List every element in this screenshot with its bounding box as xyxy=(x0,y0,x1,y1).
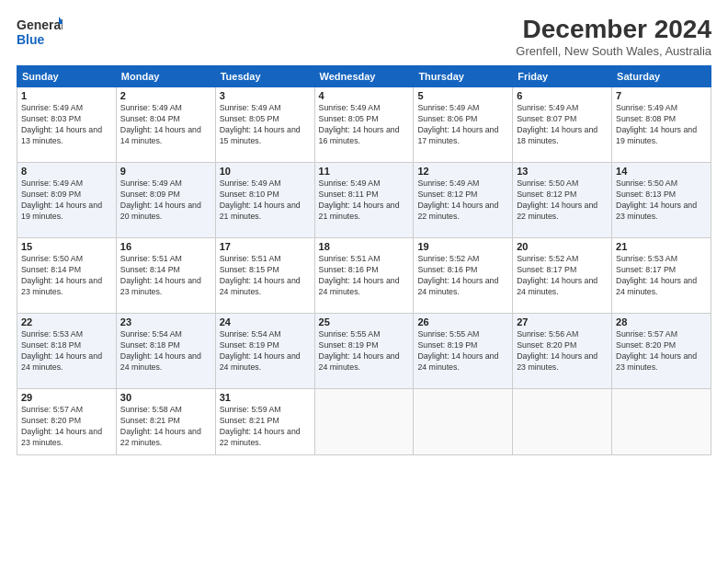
day-info: Sunrise: 5:56 AMSunset: 8:20 PMDaylight:… xyxy=(517,329,608,373)
table-row xyxy=(414,389,513,455)
day-number: 19 xyxy=(417,241,508,252)
day-info: Sunrise: 5:50 AMSunset: 8:14 PMDaylight:… xyxy=(21,254,112,298)
day-number: 12 xyxy=(417,166,508,177)
table-row: 13 Sunrise: 5:50 AMSunset: 8:12 PMDaylig… xyxy=(513,163,612,238)
day-info: Sunrise: 5:57 AMSunset: 8:20 PMDaylight:… xyxy=(616,329,707,373)
day-info: Sunrise: 5:53 AMSunset: 8:17 PMDaylight:… xyxy=(616,254,707,298)
day-info: Sunrise: 5:49 AMSunset: 8:04 PMDaylight:… xyxy=(120,103,211,147)
day-number: 17 xyxy=(220,241,311,252)
day-number: 7 xyxy=(616,90,707,101)
day-info: Sunrise: 5:57 AMSunset: 8:20 PMDaylight:… xyxy=(21,405,112,449)
table-row: 16 Sunrise: 5:51 AMSunset: 8:14 PMDaylig… xyxy=(116,238,215,314)
table-row xyxy=(612,389,711,455)
day-number: 29 xyxy=(21,392,112,403)
day-number: 4 xyxy=(319,90,410,101)
day-info: Sunrise: 5:49 AMSunset: 8:03 PMDaylight:… xyxy=(21,103,112,147)
col-tuesday: Tuesday xyxy=(215,66,314,87)
month-title: December 2024 xyxy=(516,15,711,44)
day-number: 8 xyxy=(21,166,112,177)
day-info: Sunrise: 5:53 AMSunset: 8:18 PMDaylight:… xyxy=(21,329,112,373)
day-number: 18 xyxy=(319,241,410,252)
day-number: 31 xyxy=(220,392,311,403)
table-row: 6 Sunrise: 5:49 AMSunset: 8:07 PMDayligh… xyxy=(513,87,612,163)
table-row: 17 Sunrise: 5:51 AMSunset: 8:15 PMDaylig… xyxy=(215,238,314,314)
day-info: Sunrise: 5:49 AMSunset: 8:08 PMDaylight:… xyxy=(616,103,707,147)
table-row: 9 Sunrise: 5:49 AMSunset: 8:09 PMDayligh… xyxy=(116,163,215,238)
day-number: 23 xyxy=(120,316,211,327)
table-row: 19 Sunrise: 5:52 AMSunset: 8:16 PMDaylig… xyxy=(414,238,513,314)
table-row: 23 Sunrise: 5:54 AMSunset: 8:18 PMDaylig… xyxy=(116,314,215,389)
day-info: Sunrise: 5:55 AMSunset: 8:19 PMDaylight:… xyxy=(319,329,410,373)
logo: General Blue xyxy=(17,15,63,50)
day-number: 16 xyxy=(120,241,211,252)
table-row: 10 Sunrise: 5:49 AMSunset: 8:10 PMDaylig… xyxy=(215,163,314,238)
day-info: Sunrise: 5:52 AMSunset: 8:16 PMDaylight:… xyxy=(417,254,508,298)
table-row: 31 Sunrise: 5:59 AMSunset: 8:21 PMDaylig… xyxy=(215,389,314,455)
day-info: Sunrise: 5:54 AMSunset: 8:18 PMDaylight:… xyxy=(120,329,211,373)
day-info: Sunrise: 5:49 AMSunset: 8:10 PMDaylight:… xyxy=(220,178,311,223)
day-info: Sunrise: 5:50 AMSunset: 8:13 PMDaylight:… xyxy=(616,178,707,223)
day-info: Sunrise: 5:49 AMSunset: 8:06 PMDaylight:… xyxy=(417,103,508,147)
table-row: 3 Sunrise: 5:49 AMSunset: 8:05 PMDayligh… xyxy=(215,87,314,163)
day-number: 13 xyxy=(517,166,608,177)
table-row: 21 Sunrise: 5:53 AMSunset: 8:17 PMDaylig… xyxy=(612,238,711,314)
day-number: 20 xyxy=(517,241,608,252)
col-thursday: Thursday xyxy=(414,66,513,87)
day-info: Sunrise: 5:49 AMSunset: 8:05 PMDaylight:… xyxy=(319,103,410,147)
col-monday: Monday xyxy=(116,66,215,87)
col-saturday: Saturday xyxy=(612,66,711,87)
subtitle: Grenfell, New South Wales, Australia xyxy=(516,44,711,58)
table-row: 7 Sunrise: 5:49 AMSunset: 8:08 PMDayligh… xyxy=(612,87,711,163)
table-row: 2 Sunrise: 5:49 AMSunset: 8:04 PMDayligh… xyxy=(116,87,215,163)
table-row: 30 Sunrise: 5:58 AMSunset: 8:21 PMDaylig… xyxy=(116,389,215,455)
day-info: Sunrise: 5:51 AMSunset: 8:15 PMDaylight:… xyxy=(220,254,311,298)
day-info: Sunrise: 5:59 AMSunset: 8:21 PMDaylight:… xyxy=(220,405,311,449)
table-row xyxy=(513,389,612,455)
table-row: 25 Sunrise: 5:55 AMSunset: 8:19 PMDaylig… xyxy=(314,314,414,389)
day-info: Sunrise: 5:49 AMSunset: 8:05 PMDaylight:… xyxy=(220,103,311,147)
header: General Blue December 2024 Grenfell, New… xyxy=(17,15,711,58)
day-number: 26 xyxy=(417,316,508,327)
col-friday: Friday xyxy=(513,66,612,87)
table-row: 11 Sunrise: 5:49 AMSunset: 8:11 PMDaylig… xyxy=(314,163,414,238)
table-row: 29 Sunrise: 5:57 AMSunset: 8:20 PMDaylig… xyxy=(17,389,117,455)
day-info: Sunrise: 5:54 AMSunset: 8:19 PMDaylight:… xyxy=(220,329,311,373)
day-info: Sunrise: 5:49 AMSunset: 8:09 PMDaylight:… xyxy=(21,178,112,223)
table-row xyxy=(314,389,414,455)
day-number: 27 xyxy=(517,316,608,327)
day-number: 10 xyxy=(220,166,311,177)
day-info: Sunrise: 5:49 AMSunset: 8:07 PMDaylight:… xyxy=(517,103,608,147)
table-row: 26 Sunrise: 5:55 AMSunset: 8:19 PMDaylig… xyxy=(414,314,513,389)
day-number: 1 xyxy=(21,90,112,101)
day-info: Sunrise: 5:55 AMSunset: 8:19 PMDaylight:… xyxy=(417,329,508,373)
table-row: 27 Sunrise: 5:56 AMSunset: 8:20 PMDaylig… xyxy=(513,314,612,389)
table-row: 12 Sunrise: 5:49 AMSunset: 8:12 PMDaylig… xyxy=(414,163,513,238)
table-row: 22 Sunrise: 5:53 AMSunset: 8:18 PMDaylig… xyxy=(17,314,117,389)
table-row: 20 Sunrise: 5:52 AMSunset: 8:17 PMDaylig… xyxy=(513,238,612,314)
col-wednesday: Wednesday xyxy=(314,66,414,87)
day-number: 21 xyxy=(616,241,707,252)
table-row: 4 Sunrise: 5:49 AMSunset: 8:05 PMDayligh… xyxy=(314,87,414,163)
day-number: 14 xyxy=(616,166,707,177)
day-info: Sunrise: 5:49 AMSunset: 8:09 PMDaylight:… xyxy=(120,178,211,223)
svg-text:Blue: Blue xyxy=(17,32,45,47)
day-number: 28 xyxy=(616,316,707,327)
day-info: Sunrise: 5:52 AMSunset: 8:17 PMDaylight:… xyxy=(517,254,608,298)
day-info: Sunrise: 5:58 AMSunset: 8:21 PMDaylight:… xyxy=(120,405,211,449)
day-info: Sunrise: 5:50 AMSunset: 8:12 PMDaylight:… xyxy=(517,178,608,223)
table-row: 28 Sunrise: 5:57 AMSunset: 8:20 PMDaylig… xyxy=(612,314,711,389)
table-row: 5 Sunrise: 5:49 AMSunset: 8:06 PMDayligh… xyxy=(414,87,513,163)
day-number: 25 xyxy=(319,316,410,327)
col-sunday: Sunday xyxy=(17,66,117,87)
day-number: 9 xyxy=(120,166,211,177)
day-number: 30 xyxy=(120,392,211,403)
day-number: 24 xyxy=(220,316,311,327)
day-info: Sunrise: 5:49 AMSunset: 8:11 PMDaylight:… xyxy=(319,178,410,223)
svg-text:General: General xyxy=(17,17,63,32)
day-number: 15 xyxy=(21,241,112,252)
page: General Blue December 2024 Grenfell, New… xyxy=(0,0,728,563)
day-info: Sunrise: 5:49 AMSunset: 8:12 PMDaylight:… xyxy=(417,178,508,223)
day-info: Sunrise: 5:51 AMSunset: 8:14 PMDaylight:… xyxy=(120,254,211,298)
day-number: 2 xyxy=(120,90,211,101)
calendar-header-row: Sunday Monday Tuesday Wednesday Thursday… xyxy=(17,66,711,87)
